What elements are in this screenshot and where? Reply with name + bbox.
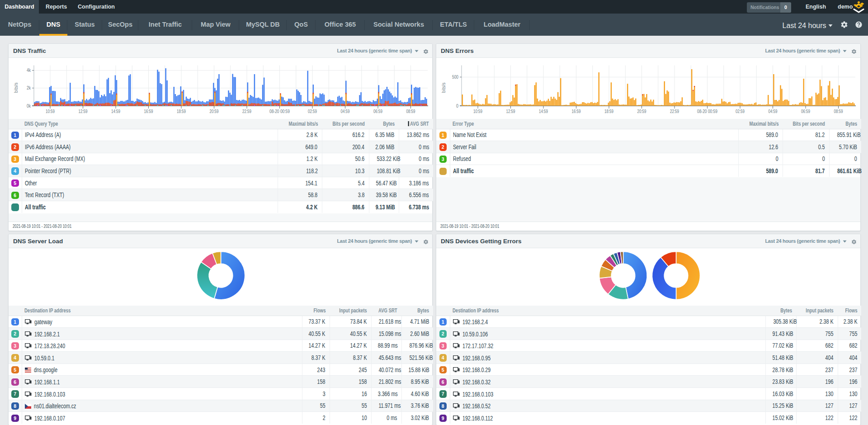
svg-text:bits/s: bits/s bbox=[441, 83, 446, 93]
svg-text:10:59: 10:59 bbox=[46, 109, 55, 114]
svg-text:14:59: 14:59 bbox=[539, 109, 548, 114]
svg-text:04:59: 04:59 bbox=[341, 109, 350, 114]
svg-text:18:59: 18:59 bbox=[177, 109, 186, 114]
svg-text:08-20 00:59: 08-20 00:59 bbox=[697, 109, 717, 114]
svg-text:16:59: 16:59 bbox=[572, 109, 581, 114]
svg-text:20:59: 20:59 bbox=[210, 109, 219, 114]
svg-text:22:59: 22:59 bbox=[242, 109, 251, 114]
svg-text:22:59: 22:59 bbox=[670, 109, 679, 114]
svg-text:02:59: 02:59 bbox=[736, 109, 745, 114]
svg-text:08-20 00:59: 08-20 00:59 bbox=[269, 109, 290, 114]
svg-text:06:59: 06:59 bbox=[801, 109, 810, 114]
svg-text:12:59: 12:59 bbox=[506, 109, 515, 114]
svg-text:10:59: 10:59 bbox=[473, 109, 482, 114]
svg-text:12:59: 12:59 bbox=[79, 109, 88, 114]
svg-text:08:59: 08:59 bbox=[406, 109, 415, 114]
svg-text:20:59: 20:59 bbox=[637, 109, 646, 114]
svg-text:04:59: 04:59 bbox=[769, 109, 778, 114]
svg-text:0k: 0k bbox=[27, 103, 31, 109]
svg-text:18:59: 18:59 bbox=[604, 109, 613, 114]
svg-text:2k: 2k bbox=[27, 85, 31, 90]
svg-text:500: 500 bbox=[452, 74, 458, 80]
svg-text:bits/s: bits/s bbox=[13, 83, 19, 93]
svg-text:14:59: 14:59 bbox=[111, 109, 120, 114]
svg-text:08:59: 08:59 bbox=[834, 109, 843, 114]
svg-text:16:59: 16:59 bbox=[144, 109, 153, 114]
svg-text:4k: 4k bbox=[27, 67, 31, 73]
svg-text:02:59: 02:59 bbox=[308, 109, 317, 114]
svg-text:0: 0 bbox=[456, 103, 458, 109]
svg-text:06:59: 06:59 bbox=[373, 109, 382, 114]
